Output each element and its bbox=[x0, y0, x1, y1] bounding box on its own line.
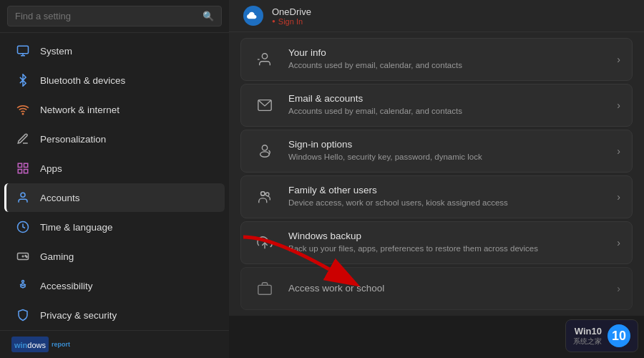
personalization-icon bbox=[16, 132, 30, 146]
sidebar-item-gaming-label: Gaming bbox=[40, 251, 74, 262]
accounts-icon bbox=[16, 190, 30, 205]
family-title: Family & other users bbox=[288, 185, 605, 195]
signin-title: Sign-in options bbox=[288, 139, 605, 150]
backup-desc: Back up your files, apps, preferences to… bbox=[288, 243, 605, 254]
main-content: OneDrive Sign In Your info Accounts used… bbox=[229, 0, 644, 316]
work-text: Access work or school bbox=[288, 283, 605, 295]
win-text-bottom: 系统之家 bbox=[573, 337, 602, 347]
svg-rect-0 bbox=[18, 46, 29, 54]
family-chevron: › bbox=[617, 191, 620, 203]
settings-item-your-info[interactable]: Your info Accounts used by email, calend… bbox=[240, 38, 633, 81]
main-area: OneDrive Sign In Your info Accounts used… bbox=[229, 0, 644, 358]
signin-desc: Windows Hello, security key, password, d… bbox=[288, 151, 605, 163]
settings-item-signin[interactable]: Sign-in options Windows Hello, security … bbox=[240, 130, 633, 173]
signin-chevron: › bbox=[617, 145, 620, 157]
work-icon bbox=[253, 276, 277, 301]
backup-icon bbox=[253, 231, 277, 255]
your-info-text: Your info Accounts used by email, calend… bbox=[288, 47, 605, 71]
onedrive-text: OneDrive Sign In bbox=[272, 6, 311, 26]
svg-rect-24 bbox=[258, 285, 271, 294]
sidebar-item-privacy-label: Privacy & security bbox=[40, 310, 117, 321]
onedrive-name: OneDrive bbox=[272, 6, 311, 17]
accessibility-icon bbox=[16, 279, 30, 293]
sidebar-item-time[interactable]: Time & language bbox=[4, 213, 225, 241]
svg-rect-2 bbox=[18, 163, 21, 167]
network-icon bbox=[16, 102, 30, 117]
your-info-desc: Accounts used by email, calendar, and co… bbox=[288, 59, 605, 71]
win10-badge: Win10 系统之家 10 bbox=[565, 319, 638, 352]
system-icon bbox=[16, 44, 30, 58]
your-info-icon bbox=[253, 47, 277, 72]
svg-point-18 bbox=[260, 152, 270, 157]
onedrive-bar[interactable]: OneDrive Sign In bbox=[229, 0, 644, 32]
sidebar: 🔍 System Bluetooth & devices bbox=[0, 0, 229, 358]
apps-icon bbox=[16, 161, 30, 175]
sidebar-item-gaming[interactable]: Gaming bbox=[4, 242, 225, 271]
sidebar-item-system-label: System bbox=[40, 46, 72, 57]
email-icon bbox=[253, 93, 277, 117]
sidebar-item-accessibility[interactable]: Accessibility bbox=[4, 271, 225, 300]
sidebar-item-network-label: Network & internet bbox=[40, 105, 119, 115]
sidebar-item-personalization[interactable]: Personalization bbox=[4, 125, 225, 153]
settings-item-backup[interactable]: Windows backup Back up your files, apps,… bbox=[240, 221, 633, 264]
email-chevron: › bbox=[617, 100, 620, 111]
settings-item-family[interactable]: Family & other users Device access, work… bbox=[240, 175, 633, 218]
privacy-icon bbox=[16, 308, 30, 322]
svg-rect-5 bbox=[18, 170, 21, 173]
sidebar-item-bluetooth[interactable]: Bluetooth & devices bbox=[4, 66, 225, 95]
time-icon bbox=[16, 220, 30, 234]
work-chevron: › bbox=[617, 283, 620, 294]
sidebar-item-accounts[interactable]: Accounts bbox=[4, 183, 225, 212]
settings-item-work[interactable]: Access work or school › bbox=[240, 267, 633, 310]
win-number: 10 bbox=[608, 324, 630, 347]
svg-point-12 bbox=[26, 256, 28, 258]
backup-chevron: › bbox=[617, 237, 620, 248]
onedrive-icon bbox=[243, 6, 263, 26]
sidebar-item-personalization-label: Personalization bbox=[40, 134, 106, 145]
brand-bottom: windows report bbox=[0, 330, 229, 358]
sidebar-item-accessibility-label: Accessibility bbox=[40, 281, 93, 291]
signin-text: Sign-in options Windows Hello, security … bbox=[288, 139, 605, 163]
family-text: Family & other users Device access, work… bbox=[288, 185, 605, 208]
svg-point-14 bbox=[262, 54, 267, 59]
nav-list: System Bluetooth & devices Network & int… bbox=[0, 33, 229, 330]
svg-point-20 bbox=[265, 193, 269, 196]
search-box[interactable]: 🔍 bbox=[7, 6, 222, 26]
sidebar-item-apps-label: Apps bbox=[40, 163, 62, 174]
search-input[interactable] bbox=[15, 11, 197, 21]
backup-text: Windows backup Back up your files, apps,… bbox=[288, 231, 605, 254]
svg-point-6 bbox=[21, 193, 25, 197]
sidebar-item-accounts-label: Accounts bbox=[40, 193, 80, 203]
sidebar-item-apps[interactable]: Apps bbox=[4, 154, 225, 183]
your-info-chevron: › bbox=[617, 54, 620, 65]
sidebar-item-system[interactable]: System bbox=[4, 37, 225, 65]
sidebar-item-privacy[interactable]: Privacy & security bbox=[4, 301, 225, 329]
signin-icon bbox=[253, 139, 277, 163]
gaming-icon bbox=[16, 249, 30, 263]
sidebar-item-network[interactable]: Network & internet bbox=[4, 95, 225, 124]
search-icon: 🔍 bbox=[203, 11, 214, 21]
family-desc: Device access, work or school users, kio… bbox=[288, 197, 605, 208]
search-container: 🔍 bbox=[0, 0, 229, 33]
svg-point-21 bbox=[261, 192, 265, 196]
svg-rect-3 bbox=[24, 163, 28, 167]
email-title: Email & accounts bbox=[288, 93, 605, 104]
svg-point-13 bbox=[22, 281, 24, 283]
win-text-top: Win10 bbox=[575, 326, 602, 337]
email-text: Email & accounts Accounts used by email,… bbox=[288, 93, 605, 117]
work-title: Access work or school bbox=[288, 283, 605, 294]
settings-list: Your info Accounts used by email, calend… bbox=[229, 32, 644, 316]
onedrive-status: Sign In bbox=[272, 17, 311, 26]
sidebar-item-time-label: Time & language bbox=[40, 222, 113, 233]
svg-rect-4 bbox=[24, 170, 28, 173]
svg-point-1 bbox=[22, 113, 24, 115]
sidebar-item-bluetooth-label: Bluetooth & devices bbox=[40, 75, 125, 86]
backup-title: Windows backup bbox=[288, 231, 605, 241]
svg-point-17 bbox=[262, 145, 267, 150]
your-info-title: Your info bbox=[288, 47, 605, 58]
family-icon bbox=[253, 185, 277, 209]
settings-item-email[interactable]: Email & accounts Accounts used by email,… bbox=[240, 84, 633, 127]
bluetooth-icon bbox=[16, 73, 30, 87]
email-desc: Accounts used by email, calendar, and co… bbox=[288, 105, 605, 117]
